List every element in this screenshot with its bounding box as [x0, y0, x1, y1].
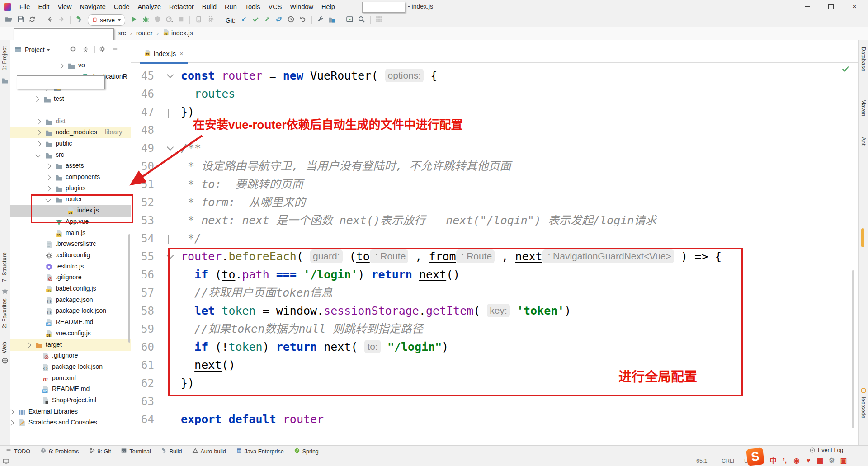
tree-item-dist[interactable]: dist	[10, 116, 131, 127]
chevron-right-icon[interactable]	[45, 186, 51, 192]
hide-panel-icon[interactable]	[110, 45, 120, 55]
tree-item--gitignore[interactable]: .gitignore	[10, 350, 131, 362]
menu-edit[interactable]: Edit	[34, 1, 53, 12]
chevron-down-icon[interactable]	[35, 152, 41, 158]
tree-item-package-lock-json[interactable]: {}package-lock.json	[10, 362, 131, 373]
web-globe-icon[interactable]	[1, 357, 9, 364]
tool-window-java-enterprise[interactable]: EEJava Enterprise	[236, 447, 284, 455]
tool-window-switcher-icon[interactable]	[3, 458, 9, 465]
collapse-all-icon[interactable]	[81, 45, 91, 55]
chevron-down-icon[interactable]	[47, 49, 50, 51]
run-configuration-select[interactable]: serve	[88, 14, 125, 26]
wrench-button[interactable]	[315, 15, 326, 26]
code-line-57[interactable]: 57 //获取用户页面token信息	[131, 284, 858, 302]
code-line-45[interactable]: 45const router = new VueRouter( options:…	[131, 67, 858, 85]
git-commit-button[interactable]	[250, 15, 261, 26]
open-project-button[interactable]	[3, 15, 14, 26]
ime-lang-icon[interactable]: 中	[768, 456, 778, 465]
fold-open-icon[interactable]	[167, 71, 174, 79]
menu-analyze[interactable]: Analyze	[133, 1, 165, 12]
fold-open-icon[interactable]	[167, 144, 174, 151]
ime-keyboard-icon[interactable]: ▦	[815, 456, 826, 465]
tree-item--eslintrc-js[interactable]: .eslintrc.js	[10, 261, 131, 273]
tool-window-6-problems[interactable]: 6: Problems	[40, 447, 79, 455]
tool-button-ant[interactable]: Ant	[860, 137, 867, 146]
tree-item-index-js[interactable]: JSindex.js	[10, 205, 131, 217]
chevron-right-icon[interactable]	[35, 119, 41, 125]
menu-run[interactable]: Run	[221, 1, 241, 12]
menu-tools[interactable]: Tools	[241, 1, 264, 12]
git-fetch-button[interactable]	[274, 15, 285, 26]
leetcode-icon[interactable]	[860, 387, 867, 394]
tree-item-readme-md[interactable]: MDREADME.md	[10, 317, 131, 328]
code-line-56[interactable]: 56 if (to.path === '/login') return next…	[131, 266, 858, 284]
caret-position[interactable]: 65:1	[696, 458, 707, 464]
code-line-60[interactable]: 60 if (!token) return next( to: "/login"…	[131, 338, 858, 356]
back-button[interactable]	[44, 15, 55, 26]
tree-item-scratches-and-consoles[interactable]: Scratches and Consoles	[10, 417, 131, 428]
fold-close-icon[interactable]	[168, 235, 169, 244]
close-button[interactable]: ×	[843, 0, 866, 14]
tool-window-build[interactable]: Build	[161, 447, 182, 455]
tree-item-src[interactable]: src	[10, 150, 131, 161]
chevron-right-icon[interactable]	[45, 163, 51, 169]
search-everywhere-button[interactable]	[356, 15, 367, 26]
git-update-button[interactable]	[239, 15, 250, 26]
tool-button-maven[interactable]: Maven	[860, 99, 867, 117]
chevron-right-icon[interactable]	[33, 96, 39, 102]
editor-scrollbar[interactable]	[852, 270, 854, 428]
project-tool-icon[interactable]	[1, 77, 9, 84]
tool-button-database[interactable]: Database	[860, 47, 867, 71]
attach-button[interactable]	[193, 15, 204, 26]
run-anything-button[interactable]	[344, 15, 355, 26]
tree-item--gitignore[interactable]: .gitignore	[10, 272, 131, 283]
tool-window-terminal[interactable]: Terminal	[121, 447, 151, 455]
tree-item-vue-config-js[interactable]: JSvue.config.js	[10, 328, 131, 339]
tree-item-router[interactable]: router	[10, 194, 131, 205]
code-line-51[interactable]: 51 * to: 要跳转的页面	[131, 175, 858, 193]
tree-item-babel-config-js[interactable]: JSbabel.config.js	[10, 283, 131, 295]
debug-button[interactable]	[140, 15, 151, 26]
ime-logo-icon[interactable]: S	[746, 447, 764, 466]
code-line-64[interactable]: 64export default router	[131, 410, 858, 428]
menu-code[interactable]: Code	[110, 1, 134, 12]
profiler-button[interactable]	[164, 15, 175, 26]
project-tree-scrollbar[interactable]	[128, 234, 130, 343]
tool-button-project[interactable]: 1: Project	[1, 46, 8, 71]
tool-button-structure[interactable]: 7: Structure	[1, 252, 8, 282]
tool-window-todo[interactable]: TODO	[5, 447, 30, 455]
tree-item-target[interactable]: target	[10, 339, 131, 351]
tree-item-shopproject-iml[interactable]: ShopProject.iml	[10, 395, 131, 406]
tool-window-auto-build[interactable]: Auto-build	[192, 447, 226, 455]
menu-view[interactable]: View	[53, 1, 75, 12]
tree-item--browserslistrc[interactable]: .browserslistrc	[10, 239, 131, 250]
tool-window-9-git[interactable]: 9: Git	[89, 447, 111, 455]
code-line-62[interactable]: 62})	[131, 374, 858, 392]
tree-item-node_modules[interactable]: node_moduleslibrary	[10, 127, 131, 138]
save-all-button[interactable]	[15, 15, 26, 26]
code-line-52[interactable]: 52 * form: 从哪里来的	[131, 193, 858, 212]
chevron-right-icon[interactable]	[58, 63, 64, 69]
chevron-right-icon[interactable]	[35, 130, 41, 136]
tool-button-web[interactable]: Web	[1, 342, 8, 353]
chevron-right-icon[interactable]	[35, 141, 41, 147]
code-line-63[interactable]: 63	[131, 392, 858, 410]
settings2-button[interactable]	[205, 15, 216, 26]
menu-help[interactable]: Help	[317, 1, 339, 12]
history-button[interactable]	[286, 15, 297, 26]
tree-item-test[interactable]: test	[10, 94, 131, 105]
menu-refactor[interactable]: Refactor	[165, 1, 198, 12]
code-line-55[interactable]: 55router.beforeEach( guard: (to : Route …	[131, 248, 858, 266]
code-line-53[interactable]: 53 * next: next 是一个函数 next()表示放行 next("/…	[131, 212, 858, 230]
tree-item-plugins[interactable]: plugins	[10, 183, 131, 194]
build-hammer-button[interactable]	[74, 15, 85, 26]
maximize-button[interactable]	[819, 0, 843, 14]
favorites-star-icon[interactable]	[1, 287, 9, 295]
tool-button-leetcode[interactable]: leetcode	[860, 397, 867, 419]
tree-item-main-js[interactable]: JSmain.js	[10, 228, 131, 239]
git-push-button[interactable]	[262, 15, 273, 26]
editor-area[interactable]: JS index.js × 45const router = new VueRo…	[131, 40, 858, 445]
run-button[interactable]	[128, 15, 139, 26]
fold-close-icon[interactable]	[168, 109, 169, 118]
code-line-50[interactable]: 50 * 设定路由导航守卫, 当用户没有登陆时, 不允许跳转其他页面	[131, 157, 858, 175]
